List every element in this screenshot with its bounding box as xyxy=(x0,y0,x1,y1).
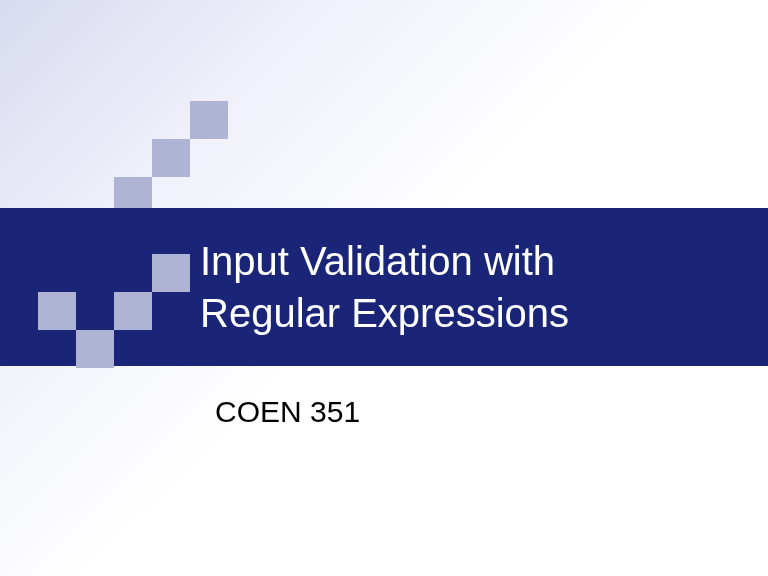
title-line-1: Input Validation with xyxy=(200,239,555,283)
title-bar: Input Validation with Regular Expression… xyxy=(0,208,768,366)
decorative-square xyxy=(114,292,152,330)
decorative-square xyxy=(76,330,114,368)
decorative-square xyxy=(152,254,190,292)
decorative-square xyxy=(0,254,38,292)
slide-title: Input Validation with Regular Expression… xyxy=(200,235,569,339)
decorative-square xyxy=(38,292,76,330)
title-line-2: Regular Expressions xyxy=(200,291,569,335)
decorative-square xyxy=(190,101,228,139)
slide-subtitle: COEN 351 xyxy=(215,395,360,429)
decorative-square xyxy=(152,139,190,177)
